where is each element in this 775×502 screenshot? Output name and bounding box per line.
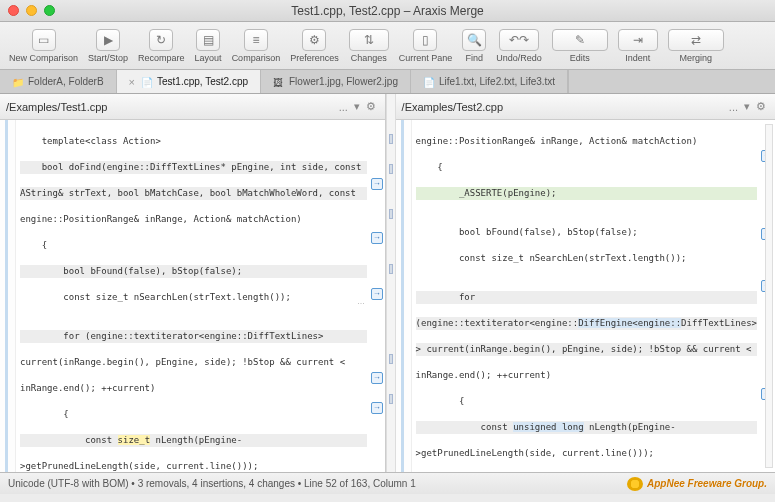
image-icon: 🖼 — [273, 77, 283, 87]
comparison-button[interactable]: ≡Comparison — [229, 29, 284, 63]
file-icon: 📄 — [423, 77, 433, 87]
compare-split: /Examples/Test1.cpp ... ▾ ⚙ → → → → → te… — [0, 94, 775, 472]
preferences-button[interactable]: ⚙Preferences — [287, 29, 342, 63]
sync-right-icon[interactable]: → — [371, 288, 383, 300]
window-controls — [8, 5, 55, 16]
current-pane-button[interactable]: ▯Current Pane — [396, 29, 456, 63]
zoom-icon[interactable] — [44, 5, 55, 16]
toolbar: ▭New Comparison ▶Start/Stop ↻Recompare ▤… — [0, 22, 775, 70]
tabbar: 📁FolderA, FolderB ×📄Test1.cpp, Test2.cpp… — [0, 70, 775, 94]
sync-right-icon[interactable]: → — [371, 232, 383, 244]
left-editor[interactable]: → → → → → template<class Action> bool do… — [0, 120, 385, 472]
tab-life[interactable]: 📄Life1.txt, Life2.txt, Life3.txt — [411, 70, 568, 93]
more-icon[interactable]: ... — [726, 101, 741, 113]
right-pane-header: /Examples/Test2.cpp ... ▾ ⚙ — [396, 94, 775, 120]
right-editor[interactable]: ← ← ← ← ← engine::PositionRange& inRange… — [396, 120, 775, 472]
left-sync-gutter: → → → → → — [369, 120, 385, 472]
left-pane: /Examples/Test1.cpp ... ▾ ⚙ → → → → → te… — [0, 94, 386, 472]
changes-button[interactable]: ⇅Changes — [346, 29, 392, 63]
bee-icon — [627, 477, 643, 491]
tab-flower[interactable]: 🖼Flower1.jpg, Flower2.jpg — [261, 70, 411, 93]
close-icon[interactable]: × — [129, 76, 135, 88]
close-icon[interactable] — [8, 5, 19, 16]
left-code: template<class Action> bool doFind(engin… — [0, 120, 385, 472]
recompare-button[interactable]: ↻Recompare — [135, 29, 188, 63]
tab-folders[interactable]: 📁FolderA, FolderB — [0, 70, 117, 93]
left-gutter — [0, 120, 16, 472]
merging-button[interactable]: ⇄Merging — [665, 29, 727, 63]
folder-icon: 📁 — [12, 77, 22, 87]
tab-test-cpp[interactable]: ×📄Test1.cpp, Test2.cpp — [117, 70, 261, 93]
find-button[interactable]: 🔍Find — [459, 29, 489, 63]
undo-redo-button[interactable]: ↶↷Undo/Redo — [493, 29, 545, 63]
statusbar: Unicode (UTF-8 with BOM) • 3 removals, 4… — [0, 472, 775, 494]
new-comparison-button[interactable]: ▭New Comparison — [6, 29, 81, 63]
titlebar: Test1.cpp, Test2.cpp – Araxis Merge — [0, 0, 775, 22]
right-code: engine::PositionRange& inRange, Action& … — [396, 120, 775, 472]
left-pane-header: /Examples/Test1.cpp ... ▾ ⚙ — [0, 94, 385, 120]
tab-overflow[interactable] — [568, 70, 775, 93]
diff-connector — [386, 94, 396, 472]
edits-button[interactable]: ✎Edits — [549, 29, 611, 63]
minimize-icon[interactable] — [26, 5, 37, 16]
gear-icon[interactable]: ⚙ — [753, 100, 769, 113]
dropdown-icon[interactable]: ▾ — [741, 100, 753, 113]
window-title: Test1.cpp, Test2.cpp – Araxis Merge — [0, 4, 775, 18]
gear-icon[interactable]: ⚙ — [363, 100, 379, 113]
sync-right-icon[interactable]: → — [371, 178, 383, 190]
right-path: /Examples/Test2.cpp — [402, 101, 726, 113]
status-text: Unicode (UTF-8 with BOM) • 3 removals, 4… — [8, 478, 416, 489]
watermark: AppNee Freeware Group. — [627, 477, 767, 491]
left-path: /Examples/Test1.cpp — [6, 101, 336, 113]
sync-right-icon[interactable]: → — [371, 372, 383, 384]
overview-ruler[interactable] — [765, 124, 773, 468]
layout-button[interactable]: ▤Layout — [192, 29, 225, 63]
file-icon: 📄 — [141, 77, 151, 87]
more-icon[interactable]: ... — [336, 101, 351, 113]
startstop-button[interactable]: ▶Start/Stop — [85, 29, 131, 63]
right-pane: /Examples/Test2.cpp ... ▾ ⚙ ← ← ← ← ← en… — [396, 94, 775, 472]
indent-button[interactable]: ⇥Indent — [615, 29, 661, 63]
dropdown-icon[interactable]: ▾ — [351, 100, 363, 113]
ellipsis-icon: ... — [357, 296, 365, 306]
right-gutter — [396, 120, 412, 472]
sync-right-icon[interactable]: → — [371, 402, 383, 414]
